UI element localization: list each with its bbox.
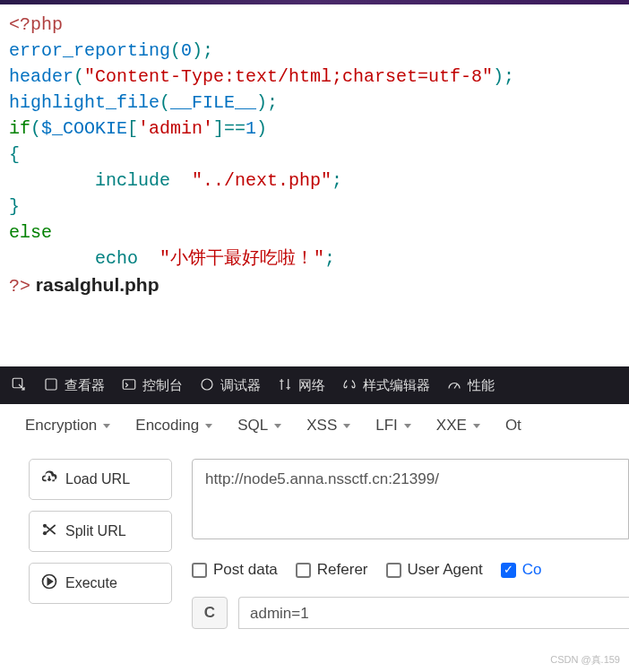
- caret-icon: [205, 424, 212, 428]
- action-buttons: Load URL Split URL Execute: [29, 459, 172, 629]
- svg-rect-1: [46, 379, 56, 390]
- checkbox-checked-icon: [501, 563, 516, 578]
- network-icon: [277, 376, 293, 395]
- load-url-button[interactable]: Load URL: [29, 459, 172, 500]
- style-icon: [341, 376, 358, 395]
- devtools-picker[interactable]: [11, 376, 27, 395]
- tab-network[interactable]: 网络: [277, 376, 325, 395]
- fn-highlight-file: highlight_file: [9, 92, 159, 113]
- caret-icon: [103, 424, 110, 428]
- tab-performance[interactable]: 性能: [446, 376, 495, 395]
- php-source-code: <?php error_reporting(0); header("Conten…: [0, 4, 629, 317]
- menu-encoding[interactable]: Encoding: [135, 417, 212, 435]
- kw-else: else: [9, 222, 52, 243]
- inspector-icon: [43, 376, 59, 395]
- checkbox-cookie[interactable]: Co: [501, 561, 542, 579]
- menu-lfi[interactable]: LFI: [375, 417, 411, 435]
- split-url-button[interactable]: Split URL: [29, 511, 172, 552]
- checkbox-icon: [192, 563, 207, 578]
- caret-icon: [473, 424, 480, 428]
- caret-icon: [274, 424, 281, 428]
- debugger-icon: [199, 376, 215, 395]
- devtools-tabs: 查看器 控制台 调试器 网络 样式编辑器 性能: [0, 366, 629, 404]
- menu-other[interactable]: Ot: [505, 417, 521, 435]
- fn-header: header: [9, 66, 73, 87]
- tab-inspector[interactable]: 查看器: [43, 376, 105, 395]
- spacer: [0, 317, 629, 366]
- tab-console[interactable]: 控制台: [121, 376, 183, 395]
- console-icon: [121, 376, 137, 395]
- menu-sql[interactable]: SQL: [237, 417, 281, 435]
- menu-encryption[interactable]: Encryption: [25, 417, 110, 435]
- checkbox-post-data[interactable]: Post data: [192, 561, 278, 579]
- caret-icon: [404, 424, 411, 428]
- svg-rect-2: [123, 379, 135, 389]
- picker-icon: [11, 376, 27, 395]
- checkbox-user-agent[interactable]: User Agent: [386, 561, 483, 579]
- cookie-row: C admin=1: [192, 579, 629, 629]
- cookie-input[interactable]: admin=1: [238, 597, 629, 629]
- checkbox-icon: [386, 563, 401, 578]
- checkbox-icon: [296, 563, 311, 578]
- caret-icon: [343, 424, 350, 428]
- filename-label: rasalghul.php: [30, 274, 159, 295]
- tab-style-editor[interactable]: 样式编辑器: [341, 376, 430, 395]
- url-column: http://node5.anna.nssctf.cn:21399/ Post …: [192, 459, 629, 629]
- svg-rect-3: [202, 379, 212, 390]
- scissors-icon: [40, 521, 58, 542]
- menu-xss[interactable]: XSS: [306, 417, 350, 435]
- php-open-tag: <?php: [9, 14, 63, 35]
- cloud-download-icon: [40, 469, 58, 490]
- cookie-label-button[interactable]: C: [192, 597, 228, 629]
- tab-debugger[interactable]: 调试器: [199, 376, 261, 395]
- play-circle-icon: [40, 573, 58, 594]
- hackbar-toolbar: Encryption Encoding SQL XSS LFI XXE Ot: [0, 404, 629, 444]
- options-row: Post data Referer User Agent Co: [192, 539, 629, 579]
- fn-error-reporting: error_reporting: [9, 40, 170, 61]
- menu-xxe[interactable]: XXE: [436, 417, 480, 435]
- watermark: CSDN @真.159: [550, 653, 620, 667]
- kw-if: if: [9, 118, 30, 139]
- execute-button[interactable]: Execute: [29, 563, 172, 604]
- php-close-tag: ?>: [9, 276, 30, 297]
- url-input[interactable]: http://node5.anna.nssctf.cn:21399/: [192, 459, 629, 539]
- checkbox-referer[interactable]: Referer: [296, 561, 368, 579]
- hackbar-main: Load URL Split URL Execute http://node5.…: [0, 444, 629, 629]
- performance-icon: [446, 376, 462, 395]
